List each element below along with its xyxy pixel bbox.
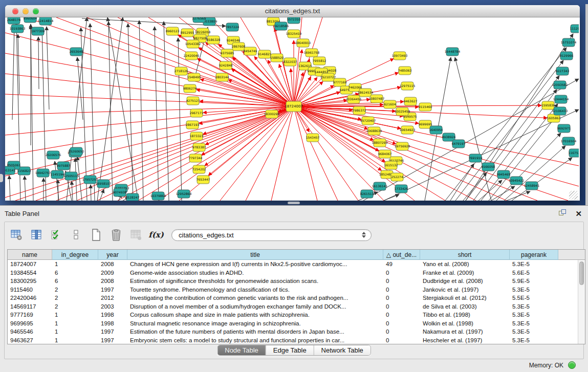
- graph-node[interactable]: 1112904: [570, 25, 579, 33]
- graph-node[interactable]: 8454749: [244, 47, 257, 55]
- graph-node[interactable]: 7653447: [197, 176, 210, 184]
- graph-node[interactable]: 8128247: [126, 193, 140, 201]
- create-column-button[interactable]: [89, 227, 104, 243]
- graph-node[interactable]: 12505115: [63, 172, 79, 180]
- graph-node[interactable]: 9074938: [113, 188, 127, 196]
- graph-node[interactable]: 1145194: [51, 170, 64, 179]
- graph-node[interactable]: 7857224: [226, 23, 239, 31]
- network-canvas[interactable]: 8960123891295518226058982750881863281054…: [5, 17, 579, 201]
- split-divider-grip[interactable]: [288, 202, 300, 204]
- table-row[interactable]: 1456911722003Disruption of a novel membe…: [8, 302, 585, 311]
- graph-node[interactable]: 10973493: [392, 52, 408, 60]
- graph-node[interactable]: 12093582: [552, 81, 568, 89]
- graph-node[interactable]: 10945422: [509, 177, 525, 185]
- graph-node[interactable]: 15720407: [360, 117, 376, 125]
- column-header-title[interactable]: title: [127, 250, 383, 260]
- column-header-year[interactable]: year: [98, 250, 127, 260]
- float-panel-icon[interactable]: [559, 209, 567, 217]
- delete-column-button[interactable]: [108, 227, 124, 243]
- table-mode-button[interactable]: [9, 227, 24, 243]
- graph-node[interactable]: 15751074: [561, 38, 577, 47]
- column-header-short[interactable]: short: [420, 250, 510, 260]
- graph-node[interactable]: 18724007: [285, 101, 303, 112]
- graph-node[interactable]: 9945465: [497, 170, 511, 179]
- graph-node[interactable]: 1167531: [569, 149, 579, 157]
- graph-node[interactable]: 9146821: [258, 50, 272, 58]
- graph-node[interactable]: 9777169: [333, 78, 347, 86]
- graph-node[interactable]: 19942757: [35, 169, 51, 177]
- graph-node[interactable]: 9227343: [556, 67, 570, 75]
- graph-node[interactable]: 2276565: [192, 17, 206, 23]
- graph-node[interactable]: 4275127: [186, 97, 200, 105]
- table-row[interactable]: 977716911998Corpus callosum shape and si…: [8, 311, 585, 319]
- graph-node[interactable]: 252274: [391, 173, 403, 181]
- graph-node[interactable]: 8186328: [207, 36, 221, 44]
- column-visibility-button[interactable]: [29, 227, 44, 243]
- network-window-titlebar[interactable]: citations_edges.txt: [5, 5, 580, 17]
- graph-node[interactable]: 7986372: [353, 106, 366, 115]
- tab-node-table[interactable]: Node Table: [217, 345, 266, 355]
- graph-node[interactable]: 10025458: [395, 107, 410, 116]
- column-header-name[interactable]: name: [8, 250, 52, 260]
- graph-node[interactable]: 1615132: [384, 161, 398, 169]
- table-row[interactable]: 911546021997Tourette syndrome. Phenomeno…: [8, 286, 585, 294]
- graph-node[interactable]: 1873323: [190, 132, 204, 140]
- graph-node[interactable]: 9166058: [482, 163, 495, 171]
- tab-edge-table[interactable]: Edge Table: [266, 345, 314, 355]
- table-row[interactable]: 946554611997Estimation of the future num…: [8, 327, 585, 336]
- graph-node[interactable]: 1588520: [270, 54, 284, 62]
- table-row[interactable]: 1872400712008Changes of HCN gene express…: [8, 260, 585, 269]
- row-selection-button[interactable]: [49, 227, 64, 243]
- graph-node[interactable]: 8322037: [284, 58, 297, 66]
- table-row[interactable]: 1938455462009Genome-wide association stu…: [8, 269, 585, 277]
- graph-node[interactable]: 16961758: [304, 49, 320, 57]
- graph-node[interactable]: 9375685: [221, 49, 234, 57]
- graph-node[interactable]: 20206576: [46, 151, 61, 159]
- graph-node[interactable]: 12458941: [524, 182, 540, 190]
- graph-node[interactable]: 9115460: [419, 103, 432, 111]
- graph-node[interactable]: 1640954: [429, 126, 443, 134]
- graph-node[interactable]: 10807487: [369, 95, 385, 103]
- graph-node[interactable]: 10688639: [366, 127, 382, 135]
- graph-node[interactable]: 8560604: [24, 17, 37, 23]
- graph-node[interactable]: 22420046: [184, 52, 200, 60]
- graph-node[interactable]: 3913141: [5, 166, 16, 174]
- graph-node[interactable]: 6479197: [452, 140, 466, 148]
- graph-node[interactable]: 1543457: [306, 134, 320, 142]
- graph-node[interactable]: 12414814: [38, 17, 54, 25]
- graph-node[interactable]: 19756928: [395, 142, 410, 150]
- graph-node[interactable]: 18300295: [264, 110, 280, 118]
- tab-network-table[interactable]: Network Table: [314, 345, 371, 355]
- graph-node[interactable]: 18325419: [286, 30, 302, 38]
- graph-node[interactable]: 9684067: [378, 150, 392, 158]
- graph-node[interactable]: 2867193: [186, 121, 200, 129]
- window-resize-grip[interactable]: [569, 191, 578, 200]
- graph-node[interactable]: 12952868: [176, 190, 192, 198]
- table-selector-dropdown[interactable]: citations_edges.txt: [171, 229, 372, 241]
- table-vertical-scrollbar[interactable]: [578, 260, 585, 344]
- column-header-pagerank[interactable]: pagerank: [510, 250, 558, 260]
- graph-node[interactable]: 9783387: [192, 143, 206, 151]
- graph-node[interactable]: 8912955: [181, 29, 194, 37]
- table-row[interactable]: 1830029562008Estimation of significance …: [8, 277, 585, 286]
- graph-node[interactable]: 7797344: [189, 154, 203, 162]
- list-view-button[interactable]: [69, 227, 84, 243]
- graph-node[interactable]: 9692971: [557, 124, 571, 133]
- graph-node[interactable]: 16136141: [372, 182, 388, 190]
- graph-node[interactable]: 8261513: [360, 190, 374, 198]
- graph-node[interactable]: 10379868: [150, 192, 166, 200]
- graph-node[interactable]: 18640910: [295, 39, 311, 47]
- graph-node[interactable]: 9129966: [560, 52, 574, 60]
- graph-node[interactable]: 1733426: [395, 185, 408, 193]
- function-builder-button[interactable]: f(x): [148, 227, 164, 243]
- graph-node[interactable]: 2967171: [190, 109, 204, 117]
- memory-status-indicator[interactable]: [568, 361, 576, 369]
- column-header-outde[interactable]: △ out_de...: [383, 250, 420, 260]
- graph-node[interactable]: 16448784: [445, 48, 461, 56]
- graph-node[interactable]: 12106433: [552, 107, 568, 115]
- graph-node[interactable]: 2718126: [175, 67, 188, 75]
- close-panel-icon[interactable]: ✕: [575, 210, 582, 217]
- graph-node[interactable]: 12444154: [553, 95, 569, 103]
- graph-node[interactable]: 12975115: [400, 82, 416, 90]
- table-row[interactable]: 946362711997Embryonic stem cells: a mode…: [8, 336, 585, 345]
